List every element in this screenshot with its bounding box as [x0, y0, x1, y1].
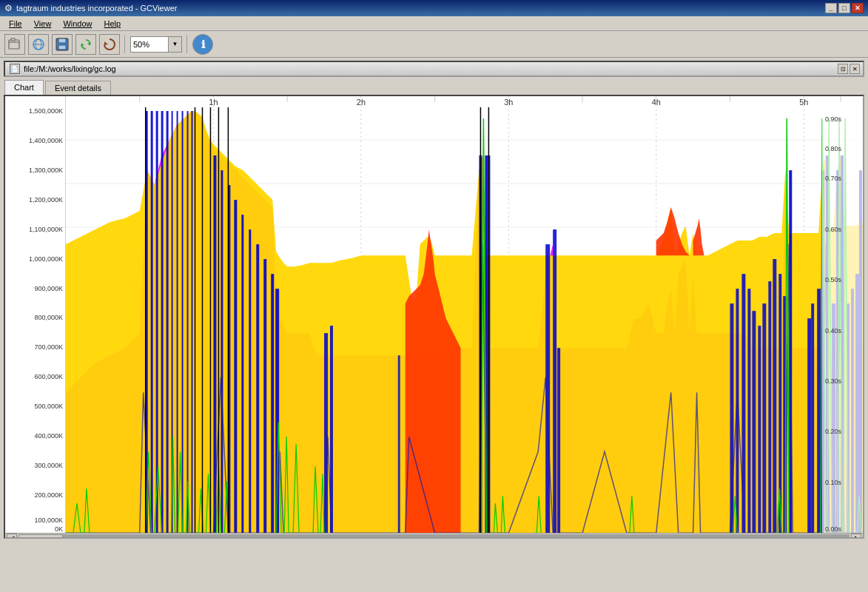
reload-button[interactable] [99, 34, 120, 55]
open-url-button[interactable] [28, 34, 49, 55]
svg-rect-89 [832, 303, 835, 533]
svg-rect-75 [747, 289, 750, 533]
restore-panel-button[interactable]: ⊡ [838, 64, 848, 74]
svg-rect-76 [752, 311, 756, 533]
svg-rect-77 [758, 326, 761, 533]
svg-rect-85 [811, 303, 814, 533]
filepanel-controls: ⊡ ✕ [838, 64, 860, 74]
menu-window[interactable]: Window [57, 18, 98, 30]
maximize-button[interactable]: □ [838, 3, 850, 13]
svg-marker-9 [81, 43, 84, 47]
svg-marker-10 [104, 41, 108, 45]
file-panel: 📄 file:/M:/works/lixing/gc.log ⊡ ✕ [4, 61, 864, 77]
svg-rect-7 [58, 45, 66, 50]
svg-rect-54 [221, 170, 223, 533]
svg-rect-59 [256, 244, 259, 533]
svg-rect-56 [234, 200, 237, 533]
svg-rect-80 [773, 259, 776, 533]
tab-chart[interactable]: Chart [4, 80, 44, 95]
file-path: file:/M:/works/lixing/gc.log [24, 64, 116, 73]
svg-rect-46 [161, 111, 164, 533]
menu-view[interactable]: View [28, 18, 58, 30]
svg-rect-51 [187, 111, 189, 533]
open-file-button[interactable] [4, 34, 25, 55]
svg-rect-50 [182, 111, 184, 533]
svg-rect-95 [859, 170, 862, 533]
tab-event-details[interactable]: Event details [45, 81, 111, 95]
svg-rect-6 [58, 38, 66, 43]
svg-rect-94 [855, 274, 859, 533]
svg-rect-61 [271, 274, 274, 533]
file-icon: 📄 [10, 64, 20, 74]
zoom-input[interactable]: 50% [131, 40, 168, 49]
svg-rect-52 [192, 111, 193, 533]
svg-rect-44 [151, 111, 153, 533]
tabs: Chart Event details [0, 78, 868, 95]
svg-rect-1 [11, 38, 15, 41]
close-button[interactable]: ✕ [852, 3, 864, 13]
scroll-right-button[interactable]: ▶ [851, 534, 861, 539]
chart-svg: 1h 2h 3h 4h 5h [66, 96, 863, 533]
svg-rect-93 [851, 289, 854, 533]
svg-rect-86 [817, 289, 821, 533]
scrollbar-track[interactable] [18, 534, 850, 539]
toolbar-separator [124, 36, 126, 53]
svg-rect-79 [768, 281, 771, 533]
minimize-button[interactable]: _ [825, 3, 837, 13]
titlebar-left: ⚙ tagtraum industries incorporated - GCV… [4, 3, 177, 13]
svg-rect-47 [166, 111, 169, 533]
svg-rect-57 [241, 215, 243, 533]
titlebar-controls: _ □ ✕ [825, 3, 864, 13]
svg-rect-78 [762, 303, 766, 533]
toolbar-separator-2 [186, 36, 188, 53]
svg-rect-70 [553, 229, 556, 533]
svg-rect-58 [249, 229, 251, 533]
scrollbar-thumb[interactable] [18, 534, 63, 539]
svg-rect-84 [807, 318, 811, 533]
chart-wrapper: 1h 2h 3h 4h 5h [5, 96, 863, 533]
chart-container: 1h 2h 3h 4h 5h [4, 95, 864, 539]
toolbar: 50% ▼ ℹ [0, 31, 868, 58]
refresh-button[interactable] [75, 34, 96, 55]
chart-canvas: 1h 2h 3h 4h 5h [66, 96, 863, 533]
svg-rect-65 [398, 355, 400, 533]
svg-rect-63 [324, 333, 328, 533]
yaxis-left [5, 96, 66, 533]
zoom-combo[interactable]: 50% ▼ [130, 36, 182, 53]
svg-rect-71 [557, 348, 560, 533]
svg-marker-8 [87, 42, 90, 46]
menu-help[interactable]: Help [98, 18, 127, 30]
info-button[interactable]: ℹ [192, 34, 213, 55]
svg-rect-60 [263, 259, 266, 533]
scroll-left-button[interactable]: ◀ [7, 534, 17, 539]
window-title: tagtraum industries incorporated - GCVie… [16, 4, 177, 13]
close-panel-button[interactable]: ✕ [850, 64, 860, 74]
scrollbar: ◀ ▶ [5, 533, 863, 539]
menubar: File View Window Help [0, 16, 868, 31]
zoom-dropdown-button[interactable]: ▼ [168, 37, 181, 52]
titlebar: ⚙ tagtraum industries incorporated - GCV… [0, 0, 868, 16]
svg-rect-0 [9, 40, 19, 49]
app-icon: ⚙ [4, 3, 13, 13]
save-button[interactable] [52, 34, 73, 55]
svg-rect-49 [177, 111, 178, 533]
menu-file[interactable]: File [3, 18, 28, 30]
